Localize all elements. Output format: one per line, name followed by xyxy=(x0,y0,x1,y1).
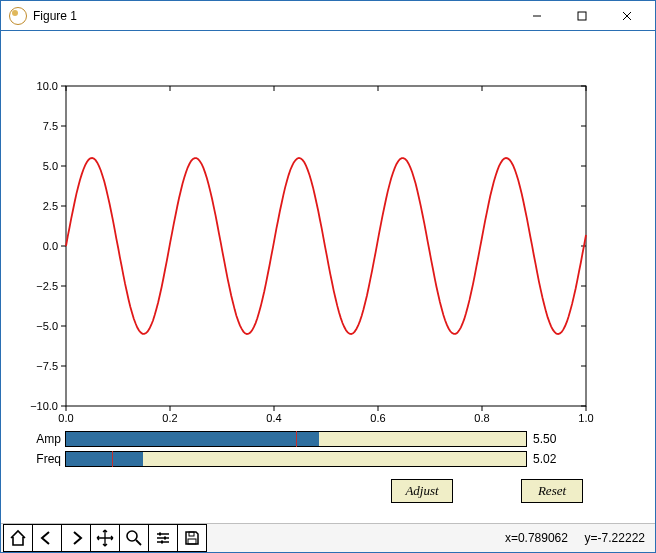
ytick-label: −2.5 xyxy=(36,280,58,292)
xtick-label: 0.4 xyxy=(266,412,281,424)
configure-icon[interactable] xyxy=(148,524,178,552)
xtick-label: 1.0 xyxy=(578,412,593,424)
pan-icon[interactable] xyxy=(90,524,120,552)
svg-rect-1 xyxy=(578,12,586,20)
cursor-coordinates: x=0.789062 y=-7.22222 xyxy=(505,531,655,545)
ytick-label: 10.0 xyxy=(37,80,58,92)
reset-button[interactable]: Reset xyxy=(521,479,583,503)
cursor-x: x=0.789062 xyxy=(505,531,568,545)
maximize-button[interactable] xyxy=(559,2,604,30)
ytick-label: 5.0 xyxy=(43,160,58,172)
close-button[interactable] xyxy=(604,2,649,30)
ytick-label: −5.0 xyxy=(36,320,58,332)
svg-line-36 xyxy=(136,540,141,545)
adjust-button[interactable]: Adjust xyxy=(391,479,453,503)
cursor-y: y=-7.22222 xyxy=(585,531,645,545)
zoom-icon[interactable] xyxy=(119,524,149,552)
save-icon[interactable] xyxy=(177,524,207,552)
window-title: Figure 1 xyxy=(33,9,514,23)
minimize-button[interactable] xyxy=(514,2,559,30)
home-icon[interactable] xyxy=(3,524,33,552)
amp-slider[interactable] xyxy=(65,431,527,447)
back-icon[interactable] xyxy=(32,524,62,552)
forward-icon[interactable] xyxy=(61,524,91,552)
freq-slider-row: Freq 5.02 xyxy=(21,451,621,467)
amp-slider-row: Amp 5.50 xyxy=(21,431,621,447)
ytick-label: 0.0 xyxy=(43,240,58,252)
ytick-label: 7.5 xyxy=(43,120,58,132)
reset-button-label: Reset xyxy=(538,483,566,499)
xtick-label: 0.6 xyxy=(370,412,385,424)
svg-rect-37 xyxy=(159,533,161,536)
app-icon xyxy=(9,7,27,25)
adjust-button-label: Adjust xyxy=(405,483,438,499)
freq-slider-value: 5.02 xyxy=(527,452,573,466)
svg-rect-38 xyxy=(164,537,166,540)
svg-rect-39 xyxy=(161,541,163,544)
svg-point-35 xyxy=(127,531,137,541)
xtick-label: 0.2 xyxy=(162,412,177,424)
amp-slider-value: 5.50 xyxy=(527,432,573,446)
svg-rect-4 xyxy=(66,86,586,406)
ytick-label: 2.5 xyxy=(43,200,58,212)
freq-slider-label: Freq xyxy=(21,452,65,466)
ytick-label: −10.0 xyxy=(30,400,58,412)
xtick-label: 0.0 xyxy=(58,412,73,424)
ytick-label: −7.5 xyxy=(36,360,58,372)
window-titlebar: Figure 1 xyxy=(1,1,655,31)
amp-slider-label: Amp xyxy=(21,432,65,446)
line-chart[interactable] xyxy=(1,31,655,431)
matplotlib-toolbar: x=0.789062 y=-7.22222 xyxy=(1,523,655,552)
freq-slider[interactable] xyxy=(65,451,527,467)
xtick-label: 0.8 xyxy=(474,412,489,424)
